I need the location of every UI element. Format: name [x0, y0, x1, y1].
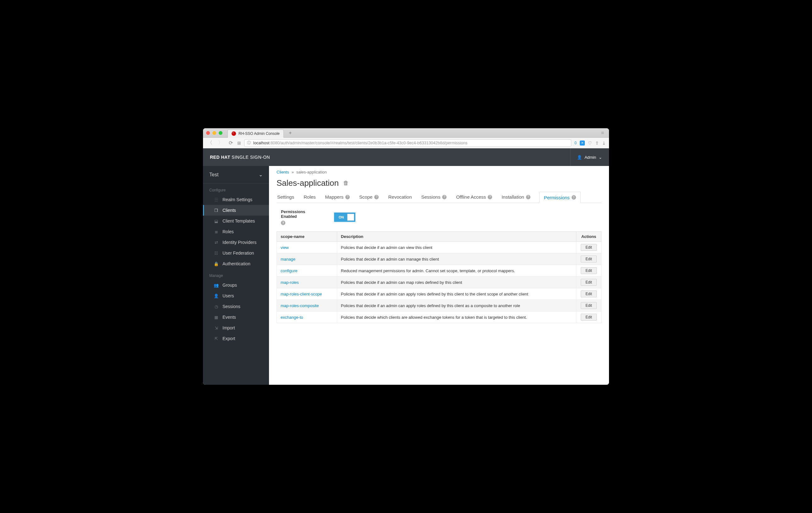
blocked-count: 0 — [574, 141, 577, 145]
edit-button[interactable]: Edit — [581, 302, 597, 309]
permissions-table: scope-name Description Actions viewPolic… — [277, 231, 602, 323]
browser-tab[interactable]: RH-SSO Admin Console — [228, 130, 284, 138]
scope-link-configure[interactable]: configure — [281, 268, 297, 273]
help-icon[interactable]: ? — [526, 195, 530, 199]
sidebar-item-clients[interactable]: ❒Clients — [203, 205, 269, 216]
tab-mappers[interactable]: Mappers? — [325, 192, 350, 203]
edit-button[interactable]: Edit — [581, 267, 597, 274]
breadcrumb-separator-icon: » — [292, 170, 294, 174]
sidebar-item-label: Authentication — [223, 261, 251, 266]
sidebar-item-realm-settings[interactable]: 𝄛Realm Settings — [203, 194, 269, 205]
breadcrumb-root[interactable]: Clients — [277, 170, 289, 174]
edit-button[interactable]: Edit — [581, 314, 597, 321]
sidebar-item-label: Roles — [223, 229, 234, 234]
breadcrumb-current: sales-application — [296, 170, 327, 174]
help-icon[interactable]: ? — [281, 221, 285, 225]
tab-permissions[interactable]: Permissions? — [539, 192, 581, 203]
tab-settings[interactable]: Settings — [277, 192, 295, 203]
tab-scope[interactable]: Scope? — [358, 192, 380, 203]
sidebar-item-identity-providers[interactable]: ⇄Identity Providers — [203, 237, 269, 248]
sidebar-item-user-federation[interactable]: ☷User Federation — [203, 248, 269, 258]
tab-roles[interactable]: Roles — [303, 192, 316, 203]
database-icon: ☷ — [214, 251, 219, 256]
close-window-button[interactable] — [206, 131, 210, 135]
sidebar-item-label: User Federation — [223, 251, 254, 256]
sidebar-item-roles[interactable]: ≣Roles — [203, 226, 269, 237]
back-button[interactable]: 〈 — [206, 139, 214, 147]
help-icon[interactable]: ? — [442, 195, 446, 199]
sidebar-item-client-templates[interactable]: ⬓Client Templates — [203, 216, 269, 226]
scope-link-map-roles-composite[interactable]: map-roles-composite — [281, 303, 319, 308]
new-tab-button[interactable]: + — [286, 129, 294, 137]
share-icon[interactable]: ⇪ — [595, 141, 599, 146]
tab-installation[interactable]: Installation? — [501, 192, 531, 203]
maximize-window-button[interactable] — [219, 131, 223, 135]
url-text: localhost:8080/auth/admin/master/console… — [253, 141, 467, 145]
users-icon: 👥 — [214, 283, 219, 288]
tab-sessions[interactable]: Sessions? — [421, 192, 447, 203]
cube-icon: ❒ — [214, 208, 219, 213]
permissions-enabled-toggle[interactable]: ON — [335, 213, 355, 222]
forward-button[interactable]: 〉 — [217, 139, 224, 147]
permissions-enabled-row: Permissions Enabled ? ON — [277, 209, 602, 225]
tab-overflow-button[interactable]: ≡ — [599, 130, 606, 136]
col-scope-name: scope-name — [277, 232, 337, 242]
scope-description: Policies that decide if an admin can app… — [337, 288, 576, 300]
url-input[interactable]: ⓘ localhost:8080/auth/admin/master/conso… — [244, 139, 571, 147]
sidebar-item-authentication[interactable]: 🔒Authentication — [203, 258, 269, 269]
table-row: map-rolesPolicies that decide if an admi… — [277, 277, 602, 288]
help-icon[interactable]: ? — [488, 195, 492, 199]
edit-button[interactable]: Edit — [581, 256, 597, 262]
realm-selector[interactable]: Test ⌄ — [203, 166, 269, 183]
favicon-icon — [232, 132, 236, 136]
edit-button[interactable]: Edit — [581, 244, 597, 251]
tabs: SettingsRolesMappers?Scope?RevocationSes… — [277, 192, 602, 203]
tracker-badge-icon[interactable]: ✕ — [580, 141, 585, 146]
table-row: configureReduced management permissions … — [277, 265, 602, 277]
tab-offline-access[interactable]: Offline Access? — [455, 192, 493, 203]
tab-revocation[interactable]: Revocation — [387, 192, 412, 203]
edit-button[interactable]: Edit — [581, 290, 597, 297]
apps-icon[interactable]: ⊞ — [237, 141, 241, 146]
app-header: RED HAT SINGLE SIGN-ON 👤 Admin ⌄ — [203, 148, 609, 166]
reload-button[interactable]: ⟳ — [228, 139, 234, 146]
sidebar-item-export[interactable]: ⇱Export — [203, 333, 269, 344]
minimize-window-button[interactable] — [212, 131, 216, 135]
sidebar-item-import[interactable]: ⇲Import — [203, 322, 269, 333]
sidebar-item-label: Events — [223, 315, 236, 320]
browser-window: RH-SSO Admin Console + ≡ 〈 〉 ⟳ ⊞ ⓘ local… — [203, 128, 609, 385]
delete-client-button[interactable]: 🗑 — [343, 180, 349, 187]
sidebar-item-label: Export — [223, 336, 235, 341]
tab-label: Scope — [359, 194, 373, 200]
sidebar-item-label: Clients — [223, 208, 236, 213]
sidebar-item-groups[interactable]: 👥Groups — [203, 280, 269, 290]
table-row: map-roles-compositePolicies that decide … — [277, 300, 602, 312]
scope-link-view[interactable]: view — [281, 245, 289, 250]
toggle-knob — [347, 214, 354, 221]
help-icon[interactable]: ? — [374, 195, 379, 199]
sidebar: Test ⌄ Configure 𝄛Realm Settings❒Clients… — [203, 166, 269, 385]
sidebar-item-users[interactable]: 👤Users — [203, 290, 269, 301]
user-menu[interactable]: 👤 Admin ⌄ — [570, 148, 602, 166]
scope-link-exchange-to[interactable]: exchange-to — [281, 315, 303, 320]
edit-button[interactable]: Edit — [581, 279, 597, 286]
tab-label: Permissions — [544, 195, 570, 200]
browser-tab-bar: RH-SSO Admin Console + ≡ — [203, 128, 609, 138]
favorite-icon[interactable]: ♡ — [588, 141, 592, 146]
sidebar-item-sessions[interactable]: ◷Sessions — [203, 301, 269, 312]
page-title: Sales-application — [277, 178, 339, 188]
sidebar-item-events[interactable]: ▦Events — [203, 312, 269, 322]
scope-link-map-roles-client-scope[interactable]: map-roles-client-scope — [281, 292, 322, 296]
tab-label: Roles — [303, 194, 316, 200]
sliders-icon: 𝄛 — [214, 197, 219, 202]
sidebar-item-label: Import — [223, 325, 235, 331]
help-icon[interactable]: ? — [572, 195, 576, 200]
downloads-icon[interactable]: ⤓ — [602, 141, 606, 146]
help-icon[interactable]: ? — [345, 195, 350, 199]
chevron-down-icon: ⌄ — [599, 155, 602, 160]
scope-description: Policies that decide if an admin can man… — [337, 253, 576, 265]
scope-link-manage[interactable]: manage — [281, 257, 295, 261]
import-icon: ⇲ — [214, 326, 219, 331]
scope-link-map-roles[interactable]: map-roles — [281, 280, 299, 285]
permissions-enabled-label: Permissions Enabled ? — [281, 209, 316, 225]
